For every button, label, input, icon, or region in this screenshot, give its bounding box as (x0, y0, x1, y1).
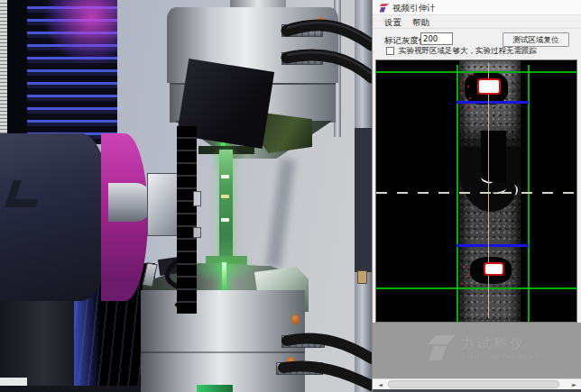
watermark: 力试科仪 LISHI INSTRUMENT (425, 333, 576, 369)
title-bar: 视频引伸计 (373, 0, 581, 15)
scrollbar-thumb[interactable] (388, 380, 559, 388)
red-speckle (466, 105, 467, 106)
tracking-marker-lower (484, 262, 504, 276)
rail-clip (193, 227, 201, 238)
red-speckle (463, 266, 465, 268)
gauge-line-bottom (376, 287, 577, 289)
red-speckle (460, 83, 462, 85)
gray-value-input[interactable] (420, 32, 453, 45)
status-area: 力试科仪 LISHI INSTRUMENT (373, 323, 581, 378)
rail-clip (193, 191, 201, 206)
scroll-left-arrow[interactable]: ◄ (374, 379, 386, 389)
gauge-line-top (376, 71, 577, 73)
scroll-right-arrow[interactable]: ► (568, 379, 580, 389)
menu-help[interactable]: 帮助 (412, 17, 429, 29)
red-speckle (467, 275, 469, 277)
app-logo-icon (379, 3, 390, 14)
camera-viewport[interactable] (375, 59, 577, 323)
red-speckle (472, 74, 474, 76)
roi-line-upper (456, 101, 529, 104)
screenshot-root: 视频引伸计 设置 帮助 标记灰度值: 测试区域复位 实验视野区域足够大，实验过程… (0, 0, 581, 392)
menu-settings[interactable]: 设置 (384, 17, 401, 29)
roi-line-lower (456, 244, 529, 247)
watermark-en: LISHI INSTRUMENT (462, 353, 540, 360)
red-speckle (461, 283, 463, 285)
tracking-marker-upper (477, 78, 501, 95)
window-title: 视频引伸计 (392, 3, 436, 14)
lishi-logo-icon (427, 333, 457, 362)
reset-test-region-button[interactable]: 测试区域复位 (503, 32, 569, 47)
red-speckle (467, 86, 469, 87)
menu-bar: 设置 帮助 (373, 15, 581, 29)
red-speckle (464, 78, 466, 80)
video-extensometer-camera (0, 133, 112, 301)
red-speckle (461, 92, 463, 94)
red-speckle (469, 97, 471, 99)
center-dashed-crosshair (376, 192, 577, 194)
no-tracking-checkbox[interactable] (386, 47, 394, 55)
center-vertical-line (488, 63, 489, 318)
extensometer-app-window: 视频引伸计 设置 帮助 标记灰度值: 测试区域复位 实验视野区域足够大，实验过程… (372, 0, 581, 392)
watermark-cn: 力试科仪 (461, 335, 526, 352)
camera-rail (177, 126, 197, 314)
specular-highlight (510, 185, 518, 196)
machine-photo (0, 0, 372, 392)
red-speckle (471, 108, 473, 110)
horizontal-scrollbar[interactable]: ◄ ► (373, 378, 581, 389)
no-tracking-checkbox-label: 实验视野区域足够大，实验过程无需跟踪 (399, 46, 537, 57)
